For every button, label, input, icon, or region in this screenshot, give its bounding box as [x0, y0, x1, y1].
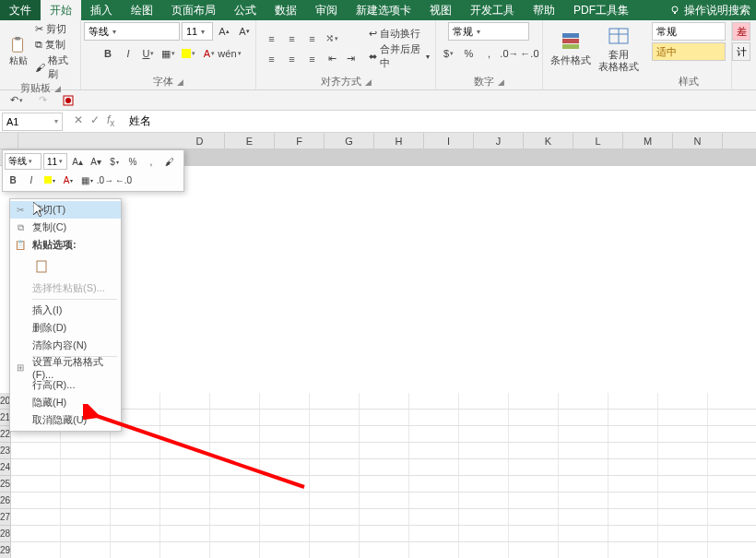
decrease-indent-button[interactable]: ⇤ [323, 50, 341, 68]
cell[interactable] [11, 459, 61, 475]
cell[interactable] [310, 542, 360, 558]
tab-file[interactable]: 文件 [0, 0, 41, 20]
cell[interactable] [409, 526, 459, 541]
tab-layout[interactable]: 页面布局 [162, 0, 225, 20]
cell[interactable] [61, 476, 111, 492]
cell[interactable] [310, 393, 360, 409]
table-row[interactable]: 24 [0, 459, 756, 476]
cell[interactable] [409, 393, 459, 409]
enter-formula-button[interactable]: ✓ [90, 113, 100, 128]
cell[interactable] [210, 410, 260, 425]
cell[interactable] [658, 493, 708, 508]
clipboard-launcher[interactable]: ◢ [54, 84, 61, 93]
fill-color-button[interactable] [180, 44, 198, 63]
align-middle-button[interactable]: ≡ [282, 30, 301, 48]
cell[interactable] [658, 509, 708, 525]
cell[interactable] [658, 410, 708, 425]
mini-accounting[interactable]: $ [106, 153, 123, 170]
cell[interactable] [409, 443, 459, 458]
cell[interactable] [509, 509, 559, 525]
cell[interactable] [459, 426, 509, 442]
cell[interactable] [11, 509, 61, 525]
font-size-combo[interactable]: 11 [182, 22, 213, 41]
cell[interactable] [360, 443, 409, 458]
cell[interactable] [210, 393, 260, 409]
column-header[interactable]: M [623, 133, 673, 148]
percent-button[interactable]: % [459, 44, 478, 63]
cell[interactable] [160, 542, 210, 558]
cell[interactable] [310, 493, 360, 508]
cell[interactable] [559, 476, 608, 492]
tab-insert[interactable]: 插入 [81, 0, 122, 20]
tab-dev[interactable]: 开发工具 [461, 0, 524, 20]
decrease-font-button[interactable]: A▾ [235, 22, 254, 41]
underline-button[interactable]: U [139, 44, 158, 63]
cell[interactable] [360, 426, 409, 442]
ctx-delete[interactable]: 删除(D) [10, 319, 121, 337]
cell[interactable] [509, 426, 559, 442]
cell[interactable] [61, 526, 111, 541]
cell[interactable] [509, 459, 559, 475]
cell[interactable] [608, 459, 658, 475]
cell[interactable] [509, 393, 559, 409]
phonetic-button[interactable]: wén [220, 44, 239, 63]
cell[interactable] [360, 493, 409, 508]
tab-formula[interactable]: 公式 [225, 0, 266, 20]
column-header[interactable]: J [474, 133, 524, 148]
cell[interactable] [260, 509, 310, 525]
cell[interactable] [310, 426, 360, 442]
mini-font-color[interactable]: A [60, 172, 77, 188]
cell[interactable] [509, 410, 559, 425]
cell[interactable] [658, 542, 708, 558]
mini-italic[interactable]: I [23, 172, 40, 188]
align-top-button[interactable]: ≡ [262, 30, 280, 48]
align-launcher[interactable]: ◢ [365, 77, 372, 87]
cell[interactable] [708, 393, 756, 409]
cell[interactable] [708, 476, 756, 492]
style-calc[interactable]: 计 [732, 42, 750, 61]
cell[interactable] [658, 443, 708, 458]
cell[interactable] [260, 393, 310, 409]
cell[interactable] [708, 443, 756, 458]
style-normal[interactable]: 常规 [652, 22, 726, 41]
cell[interactable] [459, 443, 509, 458]
column-headers[interactable]: DEFGHIJKLMN [18, 133, 756, 149]
cell[interactable] [111, 443, 160, 458]
cell[interactable] [160, 393, 210, 409]
mini-increase-font[interactable]: A▴ [69, 153, 86, 170]
cell[interactable] [708, 410, 756, 425]
mini-inc-decimal[interactable]: .0→ [97, 172, 113, 188]
tab-data[interactable]: 数据 [266, 0, 306, 20]
cell[interactable] [409, 476, 459, 492]
cell[interactable] [61, 542, 111, 558]
cell[interactable] [658, 476, 708, 492]
cell[interactable] [409, 426, 459, 442]
column-header[interactable]: E [225, 133, 275, 148]
cell[interactable] [111, 509, 160, 525]
cell[interactable] [708, 509, 756, 525]
ctx-format-cells[interactable]: ⊞设置单元格格式(F)... [10, 359, 121, 376]
cell[interactable] [409, 459, 459, 475]
cell[interactable] [658, 393, 708, 409]
align-right-button[interactable]: ≡ [302, 50, 321, 68]
cell[interactable] [409, 410, 459, 425]
cell[interactable] [658, 526, 708, 541]
table-row[interactable]: 26 [0, 493, 756, 509]
cell[interactable] [260, 526, 310, 541]
format-as-table-button[interactable]: 套用 表格格式 [597, 25, 641, 71]
cell[interactable] [160, 476, 210, 492]
mini-font-combo[interactable]: 等线 [5, 153, 41, 170]
tab-view[interactable]: 视图 [420, 0, 461, 20]
wrap-text-button[interactable]: ↩自动换行 [369, 27, 429, 41]
cell[interactable] [160, 459, 210, 475]
mini-bold[interactable]: B [5, 172, 21, 188]
paste-button[interactable]: 粘贴 [6, 36, 31, 67]
cell[interactable] [360, 410, 409, 425]
cell[interactable] [559, 410, 608, 425]
cell[interactable] [61, 443, 111, 458]
row-header[interactable]: 27 [0, 509, 11, 526]
cell[interactable] [260, 410, 310, 425]
comma-button[interactable]: , [479, 44, 498, 63]
row-header[interactable]: 26 [0, 493, 11, 509]
cell[interactable] [260, 443, 310, 458]
